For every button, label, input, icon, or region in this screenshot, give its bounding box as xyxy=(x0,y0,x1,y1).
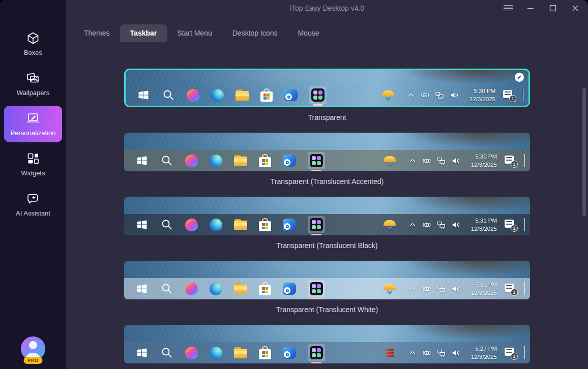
copilot-icon xyxy=(185,219,198,231)
notification-icon: 1 xyxy=(504,347,517,359)
sidebar-item-widgets[interactable]: Widgets xyxy=(4,146,62,182)
tray-date: 12/3/2025 xyxy=(471,289,497,297)
show-desktop-divider xyxy=(524,346,525,359)
notification-icon: 1 xyxy=(504,219,517,231)
taskbar-app-icons xyxy=(135,344,325,361)
taskbar-style-label: Transparent xyxy=(124,113,530,121)
tab-start-menu[interactable]: Start Menu xyxy=(167,24,222,42)
itop-app-icon-active xyxy=(308,344,325,361)
outlook-icon xyxy=(283,219,296,231)
taskbar-style-label: Transparent (Translucent Accented) xyxy=(124,177,530,186)
app-window: Boxes Wallpapers Personalization Widgets… xyxy=(0,0,588,369)
windows-start-icon xyxy=(135,282,149,295)
sidebar-item-wallpapers[interactable]: Wallpapers xyxy=(4,66,62,102)
tray-time: 5:31 PM xyxy=(475,217,497,225)
network-icon xyxy=(436,348,446,358)
notification-count-badge: 1 xyxy=(511,289,518,296)
show-desktop-divider xyxy=(524,154,525,167)
chevron-up-icon xyxy=(406,90,416,100)
maximize-icon[interactable] xyxy=(548,4,557,13)
main-area: iTop Easy Desktop v4.0 Themes Taskbar St… xyxy=(66,0,588,369)
edge-icon xyxy=(210,347,222,359)
taskbar-tray: 5:31 PM 12/3/2025 1 xyxy=(383,217,525,233)
tray-clock: 5:30 PM 12/3/2025 xyxy=(464,87,495,103)
sidebar-item-label: Widgets xyxy=(21,169,45,177)
menu-icon[interactable] xyxy=(504,4,513,13)
avatar[interactable]: PRO xyxy=(21,336,45,361)
volume-icon xyxy=(451,284,461,294)
tab-themes[interactable]: Themes xyxy=(74,24,120,42)
tray-clock: 5:31 PM 12/3/2025 xyxy=(465,281,497,297)
itop-app-icon xyxy=(310,282,323,295)
edge-icon xyxy=(211,89,224,102)
avatar-head xyxy=(29,341,37,349)
tray-date: 12/3/2025 xyxy=(471,161,497,169)
sidebar-item-ai-assistant[interactable]: AI Assistant xyxy=(4,186,62,223)
ai-assistant-icon xyxy=(26,192,40,206)
itop-app-icon-active xyxy=(308,152,325,169)
taskbar-styles-list: 5:30 PM 12/3/2025 1 ✔ Transparent xyxy=(66,42,588,369)
titlebar: iTop Easy Desktop v4.0 xyxy=(66,0,588,16)
sidebar-item-boxes[interactable]: Boxes xyxy=(4,25,62,62)
taskbar-preview: 5:30 PM 12/3/2025 1 xyxy=(124,150,530,171)
chevron-up-icon xyxy=(408,220,417,229)
taskbar-app-icons xyxy=(135,216,325,233)
taskbar-style-block: 5:30 PM 12/3/2025 1 ✔ Transparent xyxy=(124,69,530,121)
weather-sun-icon xyxy=(383,220,396,230)
tray-date: 12/3/2025 xyxy=(469,95,495,103)
sidebar-item-personalization[interactable]: Personalization xyxy=(4,106,62,142)
taskbar-style-card[interactable]: 5:30 PM 12/3/2025 1 ✔ xyxy=(124,133,530,171)
file-explorer-icon xyxy=(236,89,249,101)
notification-icon: 1 xyxy=(504,283,517,295)
account-area: PRO xyxy=(0,336,66,361)
tray-clock: 5:31 PM 12/3/2025 xyxy=(465,217,497,233)
volume-icon xyxy=(451,220,461,230)
wallpapers-icon xyxy=(26,71,40,85)
search-icon xyxy=(162,88,175,102)
outlook-icon xyxy=(283,347,296,359)
tray-time: 5:30 PM xyxy=(474,87,495,95)
camera-icon xyxy=(422,284,431,294)
notification-count-badge: 1 xyxy=(511,225,518,232)
itop-app-icon xyxy=(311,88,325,102)
show-desktop-divider xyxy=(523,88,523,102)
itop-app-icon-active xyxy=(308,216,325,233)
camera-icon xyxy=(422,156,431,166)
network-icon xyxy=(434,90,445,100)
tray-clock: 5:27 PM 12/3/2025 xyxy=(465,345,497,361)
chevron-up-icon xyxy=(408,156,417,165)
file-explorer-icon xyxy=(234,219,247,230)
itop-app-icon-active xyxy=(309,86,327,104)
taskbar-preview: 5:31 PM 12/3/2025 1 xyxy=(124,214,530,235)
minimize-icon[interactable] xyxy=(526,4,535,13)
tray-time: 5:30 PM xyxy=(475,152,497,161)
itop-app-icon xyxy=(310,154,323,167)
outlook-icon xyxy=(283,283,296,295)
camera-icon xyxy=(420,90,430,100)
taskbar-style-card[interactable]: 5:31 PM 12/3/2025 1 ✔ xyxy=(124,261,530,299)
sidebar-item-label: Wallpapers xyxy=(17,89,50,97)
store-icon xyxy=(259,346,271,359)
taskbar-style-card[interactable]: 5:30 PM 12/3/2025 1 ✔ xyxy=(124,69,530,107)
taskbar-style-block: 5:31 PM 12/3/2025 1 ✔ Transparent (Trans… xyxy=(124,261,530,314)
taskbar-style-card[interactable]: 5:27 PM 12/3/2025 1 ✔ xyxy=(124,325,530,363)
copilot-icon xyxy=(185,155,198,167)
edge-icon xyxy=(210,283,222,295)
scrollbar-thumb[interactable] xyxy=(582,88,586,216)
window-controls xyxy=(504,4,588,13)
close-icon[interactable] xyxy=(571,4,580,13)
edge-icon xyxy=(210,155,222,167)
notification-icon: 1 xyxy=(502,89,515,101)
notification-count-badge: 1 xyxy=(509,95,516,102)
itop-app-icon xyxy=(310,218,323,231)
selected-check-icon: ✔ xyxy=(515,73,524,82)
tab-desktop-icons[interactable]: Desktop Icons xyxy=(222,24,288,42)
tray-time: 5:31 PM xyxy=(475,281,497,289)
tab-taskbar[interactable]: Taskbar xyxy=(120,24,167,42)
show-desktop-divider xyxy=(524,282,525,295)
taskbar-style-card[interactable]: 5:31 PM 12/3/2025 1 ✔ xyxy=(124,197,530,235)
tab-mouse[interactable]: Mouse xyxy=(287,24,329,42)
sidebar-item-label: Personalization xyxy=(11,129,56,137)
file-explorer-icon xyxy=(234,283,247,294)
windows-start-icon xyxy=(137,88,150,102)
